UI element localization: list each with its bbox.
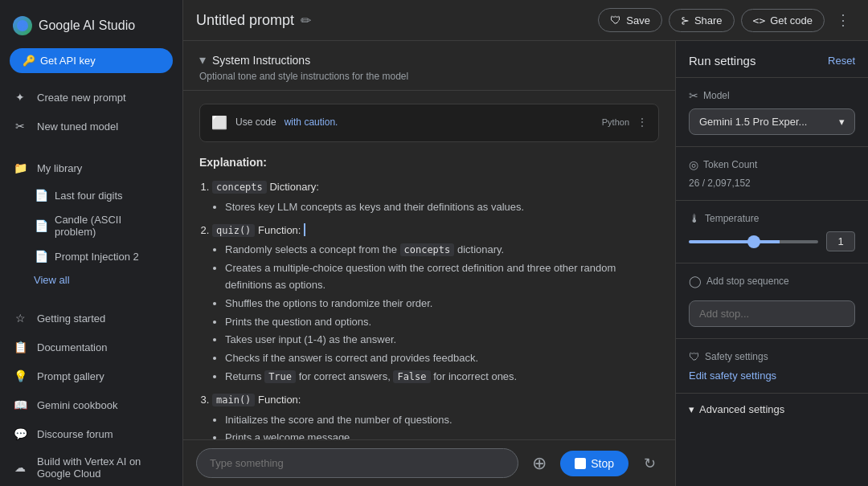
svg-point-0: [17, 20, 28, 31]
model-dropdown-icon: ▾: [839, 116, 845, 128]
temperature-label: 🌡 Temperature: [689, 212, 855, 225]
run-settings-panel: Run settings Reset ✂ Model Gemini 1.5 Pr…: [675, 41, 868, 486]
model-select[interactable]: Gemini 1.5 Pro Exper... ▾: [689, 108, 855, 135]
sidebar-item-my-library[interactable]: 📁 My library: [0, 153, 173, 182]
stop-sequence-input[interactable]: [689, 300, 855, 327]
app-title: Google AI Studio: [39, 18, 135, 33]
token-count-value: 26 / 2,097,152: [689, 178, 855, 189]
token-count-section: ◎ Token Count 26 / 2,097,152: [676, 147, 868, 201]
list-item-3-code: main(): [212, 394, 255, 406]
temperature-slider-container: 1: [689, 231, 855, 251]
list-item-2-label: Function:: [258, 224, 301, 236]
sidebar-item-discourse-forum[interactable]: 💬 Discourse forum: [0, 419, 173, 448]
advanced-chevron-icon: ▾: [689, 403, 694, 415]
bullet-1-1: Stores key LLM concepts as keys and thei…: [225, 199, 659, 216]
get-code-button[interactable]: <> Get code: [741, 9, 825, 32]
sidebar-item-create-prompt[interactable]: ✦ Create new prompt: [0, 83, 173, 112]
cursor: [304, 223, 313, 236]
explanation-list: concepts Dictionary: Stores key LLM conc…: [199, 179, 659, 439]
bullet-2-7: Returns True for correct answers, False …: [225, 369, 659, 386]
list-item-1-code: concepts: [212, 181, 267, 194]
top-bar-actions: 🛡 Save ⊱ Share <> Get code ⋮: [598, 6, 855, 34]
stop-sequence-section: ◯ Add stop sequence: [676, 263, 868, 339]
output-area[interactable]: ⬜ Use code with caution. Python ⋮ Explan…: [183, 91, 675, 439]
save-button[interactable]: 🛡 Save: [598, 8, 662, 32]
stop-sequence-label: ◯ Add stop sequence: [689, 275, 855, 288]
sidebar-item-gemini-cookbook[interactable]: 📖 Gemini cookbook: [0, 390, 173, 419]
list-item-1-label: Dictionary:: [269, 181, 318, 193]
code-block-content: ⬜ Use code with caution.: [211, 112, 338, 133]
model-label: ✂ Model: [689, 89, 855, 102]
list-item-3: main() Function: Initializes the score a…: [212, 392, 659, 439]
code-block-more-btn[interactable]: ⋮: [637, 115, 647, 130]
token-icon: ◎: [689, 158, 698, 171]
prompt-title-area: Untitled prompt ✏: [196, 12, 311, 29]
app-logo: Google AI Studio: [0, 10, 182, 48]
safety-icon: 🛡: [689, 350, 700, 363]
gallery-icon: 💡: [13, 369, 27, 383]
temperature-section: 🌡 Temperature 1: [676, 201, 868, 263]
doc-icon-1: 📄: [34, 188, 48, 202]
sidebar: Google AI Studio 🔑 Get API key ✦ Create …: [0, 0, 183, 486]
view-all-link[interactable]: View all: [0, 269, 182, 291]
list-item-2-bullets: Randomly selects a concept from the conc…: [212, 242, 659, 385]
token-count-label-area: ◎ Token Count: [689, 158, 855, 171]
sidebar-item-documentation[interactable]: 📋 Documentation: [0, 333, 173, 361]
more-options-button[interactable]: ⋮: [831, 6, 855, 34]
run-settings-header: Run settings Reset: [676, 41, 868, 78]
python-badge: Python: [602, 116, 629, 130]
list-item-1-bullets: Stores key LLM concepts as keys and thei…: [212, 199, 659, 216]
prompt-title-text: Untitled prompt: [196, 12, 294, 29]
sidebar-item-candle[interactable]: 📄 Candle (ASCII problem): [0, 208, 173, 243]
section-subtitle: Optional tone and style instructions for…: [199, 71, 659, 82]
stop-icon: [575, 458, 586, 469]
share-icon: ⊱: [681, 14, 690, 27]
bullet-2-3: Shuffles the options to randomize their …: [225, 296, 659, 312]
bullet-3-1: Initializes the score and the number of …: [225, 412, 659, 429]
bullet-2-6: Checks if the answer is correct and prov…: [225, 350, 659, 367]
advanced-settings-toggle[interactable]: ▾ Advanced settings: [676, 394, 868, 425]
run-settings-title: Run settings: [689, 54, 755, 67]
sidebar-item-new-tuned-model[interactable]: ✂ New tuned model: [0, 112, 173, 141]
main-area: Untitled prompt ✏ 🛡 Save ⊱ Share <> Get …: [183, 0, 868, 486]
chat-input[interactable]: [196, 448, 518, 478]
temperature-value: 1: [826, 231, 855, 251]
reset-button[interactable]: Reset: [828, 55, 855, 67]
sidebar-item-prompt-gallery[interactable]: 💡 Prompt gallery: [0, 361, 173, 390]
section-title: System Instructions: [212, 54, 310, 67]
bullet-2-2: Creates a multiple-choice question with …: [225, 260, 659, 294]
api-key-icon: 🔑: [23, 55, 35, 67]
stop-seq-icon: ◯: [689, 275, 702, 288]
list-item-2-code: quiz(): [212, 224, 255, 237]
use-code-text: Use code: [235, 115, 276, 130]
prompt-area: ▾ System Instructions Optional tone and …: [183, 41, 675, 486]
edit-title-icon[interactable]: ✏: [301, 13, 311, 28]
edit-safety-link[interactable]: Edit safety settings: [689, 370, 776, 382]
code-block: ⬜ Use code with caution. Python ⋮: [199, 104, 659, 142]
collapse-icon[interactable]: ▾: [199, 52, 206, 67]
add-icon: ⊕: [532, 453, 547, 474]
use-code-link[interactable]: with caution.: [285, 115, 338, 130]
model-section: ✂ Model Gemini 1.5 Pro Exper... ▾: [676, 78, 868, 147]
safety-label: 🛡 Safety settings: [689, 350, 855, 363]
section-header: ▾ System Instructions: [199, 52, 659, 67]
temperature-icon: 🌡: [689, 212, 700, 225]
add-content-button[interactable]: ⊕: [526, 451, 552, 476]
model-value: Gemini 1.5 Pro Exper...: [699, 116, 807, 128]
stop-button[interactable]: Stop: [560, 451, 628, 476]
refresh-button[interactable]: ↻: [637, 451, 662, 476]
share-button[interactable]: ⊱ Share: [669, 9, 735, 32]
get-api-key-button[interactable]: 🔑 Get API key: [10, 48, 173, 73]
sidebar-item-getting-started[interactable]: ☆ Getting started: [0, 304, 173, 333]
save-icon: 🛡: [610, 14, 621, 27]
library-icon: 📁: [13, 161, 27, 175]
sidebar-item-prompt-injection-2[interactable]: 📄 Prompt Injection 2: [0, 243, 173, 269]
bullet-3-2: Prints a welcome message.: [225, 430, 659, 439]
code-icon: <>: [753, 14, 766, 27]
top-bar: Untitled prompt ✏ 🛡 Save ⊱ Share <> Get …: [183, 0, 868, 41]
temperature-slider[interactable]: [689, 240, 818, 243]
logo-icon: [13, 16, 32, 35]
sidebar-item-last-four-digits[interactable]: 📄 Last four digits: [0, 182, 173, 208]
advanced-label: Advanced settings: [699, 403, 784, 415]
sidebar-item-build-vertex[interactable]: ☁ Build with Vertex AI on Google Cloud: [0, 448, 173, 486]
